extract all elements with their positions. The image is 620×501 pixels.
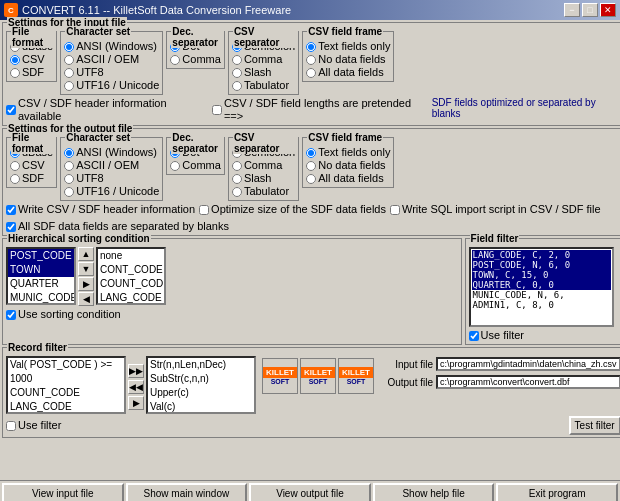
use-sorting-checkbox[interactable] [6, 310, 16, 320]
sort-list-item[interactable]: POST_CODE [8, 249, 74, 263]
sort-left-list[interactable]: POST_CODE TOWN QUARTER MUNIC_CODE [6, 247, 76, 305]
input-charset-utf16-radio[interactable] [64, 81, 74, 91]
output-settings-group: Settings for the output file File format… [2, 128, 620, 236]
input-csvsep-tab-radio[interactable] [232, 81, 242, 91]
output-optimize-checkbox[interactable] [199, 205, 209, 215]
output-charset-utf8-radio[interactable] [64, 174, 74, 184]
input-charset-group: Character set ANSI (Windows) ASCII / OEM… [60, 31, 163, 95]
sort-list-item[interactable]: COUNT_CODE [98, 277, 164, 291]
output-allsdf-check-label[interactable]: All SDF data fields are separated by bla… [6, 220, 229, 233]
output-csvframe-no-radio[interactable] [306, 161, 316, 171]
record-filter-group: Record filter Val( POST_CODE ) >= 1000 C… [2, 347, 620, 438]
use-field-filter-checkbox[interactable] [469, 331, 479, 341]
input-csvframe-group: CSV field frame Text fields only No data… [302, 31, 394, 82]
input-decsep-comma-label: Comma [182, 53, 221, 66]
output-charset-ansi-radio[interactable] [64, 148, 74, 158]
output-header-check-label[interactable]: Write CSV / SDF header information [6, 203, 195, 216]
input-header-checkbox[interactable] [6, 105, 16, 115]
output-format-sdf-radio[interactable] [10, 174, 20, 184]
killetsoft-logos: KILLET SOFT KILLET SOFT KILLET SOFT [262, 358, 374, 394]
input-csvsep-slash-label: Slash [244, 66, 272, 79]
sort-up-arrow[interactable]: ▲ [78, 247, 94, 261]
record-filter-func-item[interactable]: Str(n,nLen,nDec) [148, 358, 254, 372]
output-decsep-comma-radio[interactable] [170, 161, 180, 171]
record-filter-func-item[interactable]: Upper(c) [148, 386, 254, 400]
input-csvframe-text-radio[interactable] [306, 42, 316, 52]
use-record-filter-label[interactable]: Use filter [6, 419, 61, 432]
sort-list-item[interactable]: QUARTER [8, 277, 74, 291]
record-filter-item[interactable]: Val( POST_CODE ) >= 1000 [8, 358, 124, 386]
record-filter-left-list[interactable]: Val( POST_CODE ) >= 1000 COUNT_CODE LANG… [6, 356, 126, 414]
output-csvframe-all-radio[interactable] [306, 174, 316, 184]
filter-left-arrow[interactable]: ◀◀ [128, 380, 144, 394]
sort-right-list[interactable]: none CONT_CODE COUNT_CODE LANG_CODE [96, 247, 166, 305]
output-sql-check-label[interactable]: Write SQL import script in CSV / SDF fil… [390, 203, 601, 216]
view-input-file-button[interactable]: View input file [2, 483, 124, 501]
input-charset-ansi-radio[interactable] [64, 42, 74, 52]
output-charset-utf8-label: UTF8 [76, 172, 104, 185]
maximize-button[interactable]: □ [582, 3, 598, 17]
use-record-filter-checkbox[interactable] [6, 421, 16, 431]
output-charset-ascii-radio[interactable] [64, 161, 74, 171]
sort-left-arrow[interactable]: ◀ [78, 292, 94, 306]
exit-program-button[interactable]: Exit program [496, 483, 618, 501]
field-filter-content[interactable]: LANG_CODE, C, 2, 0 POST_CODE, N, 6, 0 TO… [469, 247, 614, 327]
input-format-csv-radio[interactable] [10, 55, 20, 65]
sort-list-item[interactable]: CONT_CODE [98, 263, 164, 277]
output-optimize-check-label[interactable]: Optimize size of the SDF data fields [199, 203, 386, 216]
input-settings-group: Settings for the input file File format … [2, 22, 620, 126]
record-filter-right-list[interactable]: Str(n,nLen,nDec) SubStr(c,n,n) Upper(c) … [146, 356, 256, 414]
input-csvframe-no-radio[interactable] [306, 55, 316, 65]
output-csvsep-comma-radio[interactable] [232, 161, 242, 171]
input-csvframe-no-label: No data fields [318, 53, 385, 66]
output-format-csv-radio[interactable] [10, 161, 20, 171]
sort-list-item[interactable]: LANG_CODE [98, 291, 164, 305]
minimize-button[interactable]: − [564, 3, 580, 17]
sort-list-item[interactable]: TOWN [8, 263, 74, 277]
use-sorting-label[interactable]: Use sorting condition [6, 308, 458, 321]
show-help-file-button[interactable]: Show help file [373, 483, 495, 501]
output-csvsep-slash-radio[interactable] [232, 174, 242, 184]
sort-right-arrow[interactable]: ▶ [78, 277, 94, 291]
output-format-csv-label: CSV [22, 159, 45, 172]
output-decsep-group: Dec. separator Dot Comma [166, 137, 225, 175]
output-decsep-comma-label: Comma [182, 159, 221, 172]
output-sql-checkbox[interactable] [390, 205, 400, 215]
filter-single-arrow[interactable]: ▶ [128, 396, 144, 410]
input-header-check-label[interactable]: CSV / SDF header information available [6, 97, 206, 123]
output-csvsep-tab-radio[interactable] [232, 187, 242, 197]
output-csvframe-text-radio[interactable] [306, 148, 316, 158]
record-filter-func-item[interactable]: SubStr(c,n,n) [148, 372, 254, 386]
input-decsep-comma-radio[interactable] [170, 55, 180, 65]
record-filter-func-item[interactable]: Val(c) [148, 400, 254, 414]
use-filter-label[interactable]: Use filter [469, 329, 620, 342]
sort-list-item[interactable]: none [98, 249, 164, 263]
output-charset-utf16-radio[interactable] [64, 187, 74, 197]
input-charset-ascii-radio[interactable] [64, 55, 74, 65]
input-csvsep-comma-radio[interactable] [232, 55, 242, 65]
input-charset-utf8-radio[interactable] [64, 68, 74, 78]
input-fieldlen-checkbox[interactable] [212, 105, 222, 115]
view-output-file-button[interactable]: View output file [249, 483, 371, 501]
filter-right-arrow[interactable]: ▶▶ [128, 364, 144, 378]
output-file-format-group: File format dBase CSV SDF [6, 137, 57, 188]
test-filter-button[interactable]: Test filter [569, 416, 620, 435]
output-file-format-label: File format [11, 132, 56, 154]
output-decsep-label: Dec. separator [171, 132, 224, 154]
sort-list-item[interactable]: MUNIC_CODE [8, 291, 74, 305]
output-file-value: c:\programm\convert\convert.dbf [436, 375, 620, 389]
input-csvsep-slash-radio[interactable] [232, 68, 242, 78]
output-allsdf-checkbox[interactable] [6, 222, 16, 232]
use-sorting-text: Use sorting condition [18, 308, 121, 321]
input-csvsep-group: CSV separator Semicolon Comma Slash Tabu… [228, 31, 299, 95]
show-main-window-button[interactable]: Show main window [126, 483, 248, 501]
input-format-sdf-radio[interactable] [10, 68, 20, 78]
close-button[interactable]: ✕ [600, 3, 616, 17]
input-fieldlen-check-label[interactable]: CSV / SDF field lengths are pretended ==… [212, 97, 426, 123]
sort-down-arrow[interactable]: ▼ [78, 262, 94, 276]
output-header-checkbox[interactable] [6, 205, 16, 215]
field-filter-group: Field filter LANG_CODE, C, 2, 0 POST_COD… [465, 238, 620, 345]
input-csvframe-all-radio[interactable] [306, 68, 316, 78]
record-filter-item[interactable]: COUNT_CODE [8, 386, 124, 400]
record-filter-item[interactable]: LANG_CODE [8, 400, 124, 414]
